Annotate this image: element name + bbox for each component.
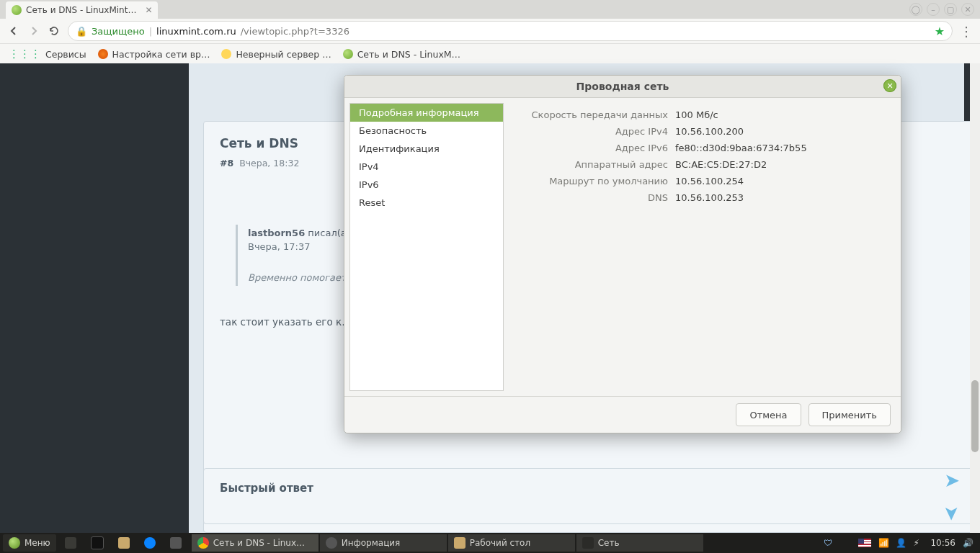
apps-label: Сервисы xyxy=(45,49,86,60)
linuxmint-favicon-icon xyxy=(12,5,22,15)
scroll-arrows: ➤ ➤ xyxy=(944,469,960,524)
apply-label: Применить xyxy=(822,410,877,421)
nav-back-button[interactable] xyxy=(7,24,20,37)
bookmark-star-icon[interactable]: ★ xyxy=(935,24,945,38)
terminal-icon xyxy=(91,536,104,549)
task-label: Сеть xyxy=(598,538,620,548)
row-ipv4-value: 10.56.100.200 xyxy=(675,126,744,137)
taskbar: Меню Сеть и DNS - Linux… Информация Рабо… xyxy=(0,533,980,553)
tray-user-icon[interactable]: 👤 xyxy=(896,538,906,548)
arrow-up-icon[interactable]: ➤ xyxy=(944,469,960,491)
dialog-details-pane: Скорость передачи данных100 Мб/с Адрес I… xyxy=(504,98,901,396)
url-host: linuxmint.com.ru xyxy=(156,26,236,37)
dialog-sidebar: Подробная информация Безопасность Иденти… xyxy=(349,103,504,391)
bookmarks-bar: ⋮⋮⋮ Сервисы Настройка сети вр… Неверный … xyxy=(0,44,980,65)
task-label: Сеть и DNS - Linux… xyxy=(213,538,305,548)
window-close-icon[interactable]: ✕ xyxy=(961,3,974,16)
sidebar-item-ipv4[interactable]: IPv4 xyxy=(350,158,503,176)
browser-tab[interactable]: Сеть и DNS - LinuxMint… ✕ xyxy=(6,1,158,19)
tray-teamviewer-icon[interactable] xyxy=(841,538,851,548)
sidebar-item-label: Подробная информация xyxy=(359,107,479,118)
sidebar-item-security[interactable]: Безопасность xyxy=(350,122,503,140)
dialog-titlebar[interactable]: Проводная сеть ✕ xyxy=(344,76,901,98)
cancel-label: Отмена xyxy=(749,410,787,421)
terminal-launcher[interactable] xyxy=(85,534,110,552)
row-ipv4-label: Адрес IPv4 xyxy=(530,126,668,137)
files-launcher[interactable] xyxy=(112,534,135,552)
clock[interactable]: 10:56 xyxy=(930,538,956,548)
row-dns-label: DNS xyxy=(530,192,668,203)
row-mac-label: Аппаратный адрес xyxy=(530,159,668,170)
sidebar-item-label: IPv6 xyxy=(359,179,379,190)
apply-button[interactable]: Применить xyxy=(808,403,891,426)
desktop-icon xyxy=(65,537,76,549)
post-number[interactable]: #8 xyxy=(220,158,233,168)
url-path: /viewtopic.php?t=3326 xyxy=(241,26,349,37)
tab-close-icon[interactable]: ✕ xyxy=(145,5,152,15)
dialog-footer: Отмена Применить xyxy=(344,396,901,433)
apps-icon: ⋮⋮⋮ xyxy=(9,48,41,60)
bookmark-3[interactable]: Сеть и DNS - LinuxM… xyxy=(343,49,460,60)
apps-shortcut[interactable]: ⋮⋮⋮ Сервисы xyxy=(9,48,86,60)
tab-title: Сеть и DNS - LinuxMint… xyxy=(26,5,136,15)
quote-author[interactable]: lastborn56 xyxy=(248,228,305,238)
network-icon xyxy=(582,537,594,549)
browser-menu-button[interactable]: ⋮ xyxy=(960,24,973,39)
browser-tab-strip: Сеть и DNS - LinuxMint… ✕ ◯ – ▢ ✕ xyxy=(0,0,980,19)
nav-reload-button[interactable] xyxy=(48,24,61,37)
task-network[interactable]: Сеть xyxy=(576,534,703,552)
sidebar-item-reset[interactable]: Reset xyxy=(350,194,503,212)
info-icon xyxy=(326,537,337,549)
start-menu-label: Меню xyxy=(24,538,50,548)
sidebar-item-identity[interactable]: Идентификация xyxy=(350,140,503,158)
task-info[interactable]: Информация xyxy=(320,534,447,552)
lightbulb-icon xyxy=(221,49,231,59)
files-icon xyxy=(118,537,130,549)
window-minimize-icon[interactable]: – xyxy=(927,3,940,16)
sidebar-item-details[interactable]: Подробная информация xyxy=(350,104,503,122)
folder-icon xyxy=(454,537,466,549)
keyboard-layout-icon[interactable] xyxy=(858,539,871,547)
bookmark-2-label: Неверный сервер … xyxy=(236,49,331,60)
row-ipv6-value: fe80::d30d:9baa:6734:7b55 xyxy=(675,143,807,153)
sidebar-item-ipv6[interactable]: IPv6 xyxy=(350,176,503,194)
row-speed-label: Скорость передачи данных xyxy=(530,109,668,120)
user-icon[interactable]: ◯ xyxy=(909,3,922,16)
tray-shield-icon[interactable]: 🛡 xyxy=(824,538,834,548)
scrollbar-thumb[interactable] xyxy=(971,380,979,452)
task-desktop[interactable]: Рабочий стол xyxy=(448,534,575,552)
taskbar-tasks: Сеть и DNS - Linux… Информация Рабочий с… xyxy=(192,534,703,552)
bookmark-1-label: Настройка сети вр… xyxy=(112,49,210,60)
vertical-scrollbar[interactable] xyxy=(970,63,980,533)
window-controls: ◯ – ▢ ✕ xyxy=(904,0,980,19)
start-menu-button[interactable]: Меню xyxy=(3,534,56,552)
fast-reply-panel[interactable]: Быстрый ответ xyxy=(203,468,979,524)
secure-label: Защищено xyxy=(92,26,145,37)
chrome-icon xyxy=(197,537,209,549)
address-bar: 🔒 Защищено | linuxmint.com.ru/viewtopic.… xyxy=(0,19,980,44)
bookmark-1[interactable]: Настройка сети вр… xyxy=(98,49,210,60)
show-desktop-button[interactable] xyxy=(59,534,82,552)
shield-launcher[interactable] xyxy=(164,534,187,552)
task-label: Рабочий стол xyxy=(470,538,530,548)
task-chrome[interactable]: Сеть и DNS - Linux… xyxy=(192,534,318,552)
cancel-button[interactable]: Отмена xyxy=(736,403,801,426)
dialog-close-button[interactable]: ✕ xyxy=(883,79,896,92)
window-maximize-icon[interactable]: ▢ xyxy=(944,3,957,16)
tray-power-icon[interactable]: ⚡ xyxy=(913,538,923,548)
row-gateway-value: 10.56.100.254 xyxy=(675,176,744,186)
row-mac-value: BC:AE:C5:DE:27:D2 xyxy=(675,159,767,170)
tray-network-icon[interactable]: 📶 xyxy=(878,538,888,548)
arrow-down-icon[interactable]: ➤ xyxy=(941,505,963,521)
nav-forward-button[interactable] xyxy=(27,24,40,37)
omnibox[interactable]: 🔒 Защищено | linuxmint.com.ru/viewtopic.… xyxy=(68,21,953,41)
tray-volume-icon[interactable]: 🔊 xyxy=(963,538,973,548)
shield-icon xyxy=(170,537,182,549)
sidebar-item-label: IPv4 xyxy=(359,161,379,172)
ubuntu-icon xyxy=(98,49,108,59)
post-time: Вчера, 18:32 xyxy=(239,158,299,168)
dialog-title: Проводная сеть xyxy=(576,81,669,92)
bookmark-2[interactable]: Неверный сервер … xyxy=(221,49,331,60)
bookmark-3-label: Сеть и DNS - LinuxM… xyxy=(357,49,460,60)
teamviewer-launcher[interactable] xyxy=(138,534,161,552)
